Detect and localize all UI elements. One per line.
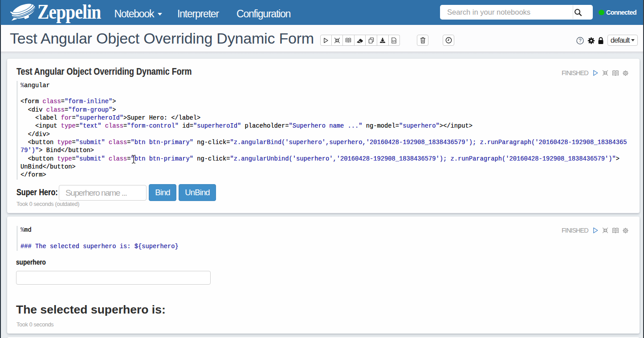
svg-text:?: ? bbox=[579, 38, 581, 43]
